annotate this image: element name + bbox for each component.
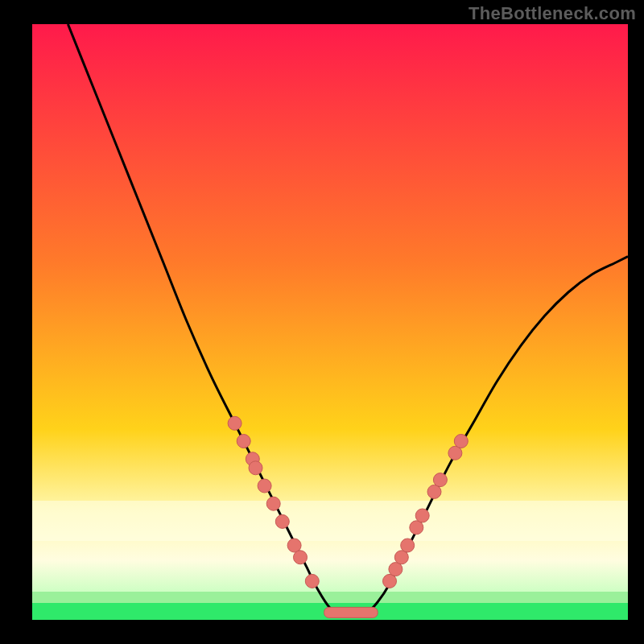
- bottleneck-chart: [32, 24, 628, 620]
- data-dot: [415, 509, 429, 522]
- data-dot: [237, 435, 250, 448]
- data-dot: [305, 574, 319, 588]
- data-dot: [228, 416, 242, 430]
- data-dot: [433, 473, 447, 487]
- data-dot: [275, 514, 289, 528]
- watermark-text: TheBottleneck.com: [469, 3, 636, 24]
- chart-stage: TheBottleneck.com: [0, 0, 644, 644]
- data-dot: [454, 435, 468, 448]
- data-dot: [294, 551, 308, 564]
- haze-band: [32, 501, 628, 541]
- green-fade: [32, 592, 628, 603]
- data-dot: [258, 479, 271, 493]
- valley-bar: [324, 607, 378, 617]
- data-dot: [249, 461, 262, 475]
- data-dot: [401, 539, 415, 552]
- data-dot: [266, 497, 280, 510]
